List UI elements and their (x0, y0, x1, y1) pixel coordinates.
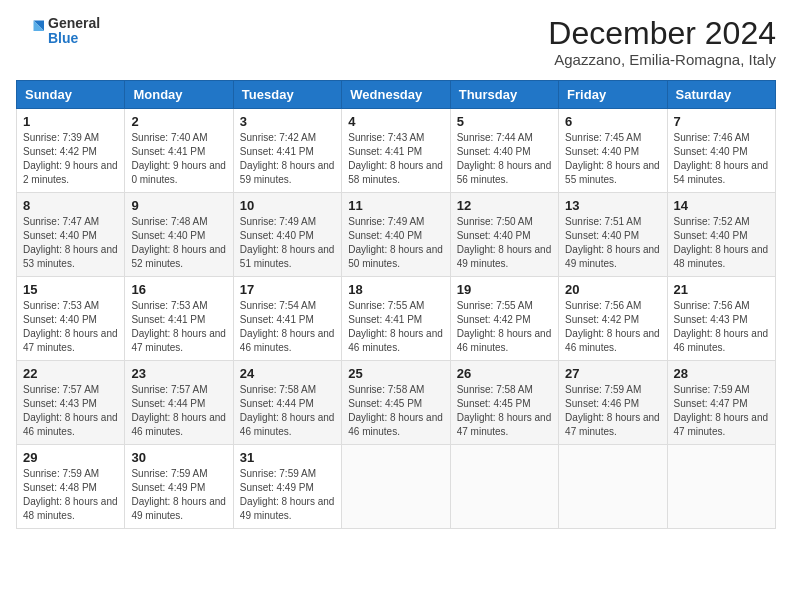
cell-info: Sunrise: 7:42 AMSunset: 4:41 PMDaylight:… (240, 132, 335, 185)
calendar-cell: 12 Sunrise: 7:50 AMSunset: 4:40 PMDaylig… (450, 193, 558, 277)
calendar-cell: 26 Sunrise: 7:58 AMSunset: 4:45 PMDaylig… (450, 361, 558, 445)
day-header-thursday: Thursday (450, 81, 558, 109)
calendar-header-row: SundayMondayTuesdayWednesdayThursdayFrid… (17, 81, 776, 109)
day-number: 1 (23, 114, 118, 129)
calendar-cell (559, 445, 667, 529)
calendar-cell: 18 Sunrise: 7:55 AMSunset: 4:41 PMDaylig… (342, 277, 450, 361)
calendar-cell: 4 Sunrise: 7:43 AMSunset: 4:41 PMDayligh… (342, 109, 450, 193)
day-number: 5 (457, 114, 552, 129)
cell-info: Sunrise: 7:40 AMSunset: 4:41 PMDaylight:… (131, 132, 226, 185)
cell-info: Sunrise: 7:53 AMSunset: 4:40 PMDaylight:… (23, 300, 118, 353)
calendar-cell: 19 Sunrise: 7:55 AMSunset: 4:42 PMDaylig… (450, 277, 558, 361)
day-number: 28 (674, 366, 769, 381)
location-title: Agazzano, Emilia-Romagna, Italy (548, 51, 776, 68)
day-number: 14 (674, 198, 769, 213)
day-number: 31 (240, 450, 335, 465)
month-title: December 2024 (548, 16, 776, 51)
cell-info: Sunrise: 7:45 AMSunset: 4:40 PMDaylight:… (565, 132, 660, 185)
calendar-week-2: 8 Sunrise: 7:47 AMSunset: 4:40 PMDayligh… (17, 193, 776, 277)
cell-info: Sunrise: 7:59 AMSunset: 4:49 PMDaylight:… (240, 468, 335, 521)
calendar-cell: 17 Sunrise: 7:54 AMSunset: 4:41 PMDaylig… (233, 277, 341, 361)
cell-info: Sunrise: 7:49 AMSunset: 4:40 PMDaylight:… (348, 216, 443, 269)
calendar-cell: 22 Sunrise: 7:57 AMSunset: 4:43 PMDaylig… (17, 361, 125, 445)
calendar-cell: 23 Sunrise: 7:57 AMSunset: 4:44 PMDaylig… (125, 361, 233, 445)
cell-info: Sunrise: 7:53 AMSunset: 4:41 PMDaylight:… (131, 300, 226, 353)
day-number: 7 (674, 114, 769, 129)
day-number: 15 (23, 282, 118, 297)
day-number: 8 (23, 198, 118, 213)
logo-general: General (48, 16, 100, 31)
calendar-cell: 10 Sunrise: 7:49 AMSunset: 4:40 PMDaylig… (233, 193, 341, 277)
calendar-week-3: 15 Sunrise: 7:53 AMSunset: 4:40 PMDaylig… (17, 277, 776, 361)
day-number: 30 (131, 450, 226, 465)
cell-info: Sunrise: 7:43 AMSunset: 4:41 PMDaylight:… (348, 132, 443, 185)
calendar-cell: 27 Sunrise: 7:59 AMSunset: 4:46 PMDaylig… (559, 361, 667, 445)
day-number: 18 (348, 282, 443, 297)
cell-info: Sunrise: 7:55 AMSunset: 4:42 PMDaylight:… (457, 300, 552, 353)
calendar-cell: 16 Sunrise: 7:53 AMSunset: 4:41 PMDaylig… (125, 277, 233, 361)
calendar-cell: 13 Sunrise: 7:51 AMSunset: 4:40 PMDaylig… (559, 193, 667, 277)
calendar-week-4: 22 Sunrise: 7:57 AMSunset: 4:43 PMDaylig… (17, 361, 776, 445)
cell-info: Sunrise: 7:56 AMSunset: 4:43 PMDaylight:… (674, 300, 769, 353)
day-header-saturday: Saturday (667, 81, 775, 109)
calendar-cell: 7 Sunrise: 7:46 AMSunset: 4:40 PMDayligh… (667, 109, 775, 193)
calendar-cell: 5 Sunrise: 7:44 AMSunset: 4:40 PMDayligh… (450, 109, 558, 193)
calendar-cell: 14 Sunrise: 7:52 AMSunset: 4:40 PMDaylig… (667, 193, 775, 277)
cell-info: Sunrise: 7:52 AMSunset: 4:40 PMDaylight:… (674, 216, 769, 269)
calendar-cell (667, 445, 775, 529)
day-header-friday: Friday (559, 81, 667, 109)
logo-blue: Blue (48, 31, 100, 46)
cell-info: Sunrise: 7:56 AMSunset: 4:42 PMDaylight:… (565, 300, 660, 353)
calendar-cell: 11 Sunrise: 7:49 AMSunset: 4:40 PMDaylig… (342, 193, 450, 277)
calendar-cell: 9 Sunrise: 7:48 AMSunset: 4:40 PMDayligh… (125, 193, 233, 277)
day-number: 10 (240, 198, 335, 213)
cell-info: Sunrise: 7:49 AMSunset: 4:40 PMDaylight:… (240, 216, 335, 269)
calendar-cell: 31 Sunrise: 7:59 AMSunset: 4:49 PMDaylig… (233, 445, 341, 529)
calendar-week-1: 1 Sunrise: 7:39 AMSunset: 4:42 PMDayligh… (17, 109, 776, 193)
day-number: 13 (565, 198, 660, 213)
cell-info: Sunrise: 7:58 AMSunset: 4:44 PMDaylight:… (240, 384, 335, 437)
logo: General Blue (16, 16, 100, 47)
day-number: 19 (457, 282, 552, 297)
day-number: 2 (131, 114, 226, 129)
cell-info: Sunrise: 7:44 AMSunset: 4:40 PMDaylight:… (457, 132, 552, 185)
cell-info: Sunrise: 7:51 AMSunset: 4:40 PMDaylight:… (565, 216, 660, 269)
calendar-cell (342, 445, 450, 529)
calendar-cell: 21 Sunrise: 7:56 AMSunset: 4:43 PMDaylig… (667, 277, 775, 361)
cell-info: Sunrise: 7:59 AMSunset: 4:49 PMDaylight:… (131, 468, 226, 521)
cell-info: Sunrise: 7:55 AMSunset: 4:41 PMDaylight:… (348, 300, 443, 353)
day-header-sunday: Sunday (17, 81, 125, 109)
day-header-monday: Monday (125, 81, 233, 109)
calendar-cell: 2 Sunrise: 7:40 AMSunset: 4:41 PMDayligh… (125, 109, 233, 193)
calendar-cell: 20 Sunrise: 7:56 AMSunset: 4:42 PMDaylig… (559, 277, 667, 361)
day-header-wednesday: Wednesday (342, 81, 450, 109)
cell-info: Sunrise: 7:50 AMSunset: 4:40 PMDaylight:… (457, 216, 552, 269)
cell-info: Sunrise: 7:57 AMSunset: 4:43 PMDaylight:… (23, 384, 118, 437)
day-number: 22 (23, 366, 118, 381)
cell-info: Sunrise: 7:54 AMSunset: 4:41 PMDaylight:… (240, 300, 335, 353)
day-number: 20 (565, 282, 660, 297)
day-number: 24 (240, 366, 335, 381)
cell-info: Sunrise: 7:59 AMSunset: 4:48 PMDaylight:… (23, 468, 118, 521)
calendar-cell: 25 Sunrise: 7:58 AMSunset: 4:45 PMDaylig… (342, 361, 450, 445)
day-number: 23 (131, 366, 226, 381)
day-number: 12 (457, 198, 552, 213)
day-number: 27 (565, 366, 660, 381)
calendar-cell: 30 Sunrise: 7:59 AMSunset: 4:49 PMDaylig… (125, 445, 233, 529)
cell-info: Sunrise: 7:46 AMSunset: 4:40 PMDaylight:… (674, 132, 769, 185)
day-number: 6 (565, 114, 660, 129)
day-header-tuesday: Tuesday (233, 81, 341, 109)
calendar-week-5: 29 Sunrise: 7:59 AMSunset: 4:48 PMDaylig… (17, 445, 776, 529)
calendar-cell: 6 Sunrise: 7:45 AMSunset: 4:40 PMDayligh… (559, 109, 667, 193)
calendar-table: SundayMondayTuesdayWednesdayThursdayFrid… (16, 80, 776, 529)
calendar-cell: 1 Sunrise: 7:39 AMSunset: 4:42 PMDayligh… (17, 109, 125, 193)
logo-icon (16, 17, 44, 45)
day-number: 17 (240, 282, 335, 297)
cell-info: Sunrise: 7:59 AMSunset: 4:46 PMDaylight:… (565, 384, 660, 437)
day-number: 11 (348, 198, 443, 213)
calendar-cell: 15 Sunrise: 7:53 AMSunset: 4:40 PMDaylig… (17, 277, 125, 361)
day-number: 3 (240, 114, 335, 129)
title-block: December 2024 Agazzano, Emilia-Romagna, … (548, 16, 776, 68)
calendar-cell: 28 Sunrise: 7:59 AMSunset: 4:47 PMDaylig… (667, 361, 775, 445)
calendar-cell: 29 Sunrise: 7:59 AMSunset: 4:48 PMDaylig… (17, 445, 125, 529)
